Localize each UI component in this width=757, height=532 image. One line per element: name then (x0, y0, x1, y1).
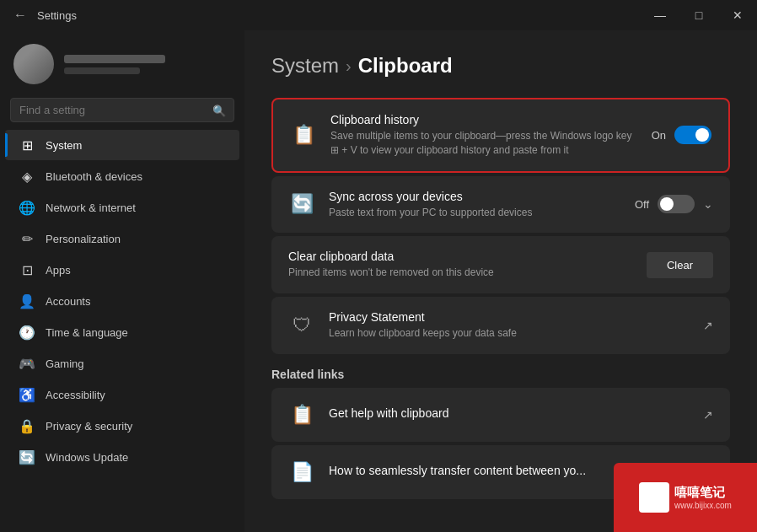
window-controls: — □ ✕ (641, 0, 757, 30)
privacy-icon: 🔒 (19, 417, 35, 434)
toggle-off-label: Off (635, 198, 649, 211)
sync-devices-card: 🔄 Sync across your devices Paste text fr… (271, 176, 730, 234)
sidebar-item-update[interactable]: 🔄 Windows Update (5, 442, 239, 472)
time-icon: 🕐 (19, 324, 35, 341)
network-icon: 🌐 (19, 199, 35, 216)
privacy-statement-card: 🛡 Privacy Statement Learn how clipboard … (271, 297, 730, 354)
sync-devices-title: Sync across your devices (329, 190, 621, 203)
maximize-button[interactable]: □ (679, 0, 718, 30)
sync-icon: 🔄 (288, 191, 315, 218)
clear-button[interactable]: Clear (647, 252, 713, 278)
close-button[interactable]: ✕ (718, 0, 757, 30)
toggle-thumb-2 (660, 197, 674, 211)
titlebar: ← Settings — □ ✕ (0, 0, 757, 30)
gaming-icon: 🎮 (19, 355, 35, 372)
main-layout: 🔍 ⊞ System ◈ Bluetooth & devices 🌐 Netwo… (0, 30, 757, 532)
user-profile[interactable] (0, 30, 244, 94)
update-icon: 🔄 (19, 449, 35, 465)
related-links-label: Related links (271, 368, 730, 381)
clipboard-history-card: 📋 Clipboard history Save multiple items … (271, 98, 730, 173)
avatar (13, 44, 54, 84)
search-box: 🔍 (10, 98, 234, 122)
sidebar-item-label: Windows Update (46, 451, 128, 464)
accounts-icon: 👤 (19, 293, 35, 309)
sidebar: 🔍 ⊞ System ◈ Bluetooth & devices 🌐 Netwo… (0, 30, 244, 532)
user-name (64, 55, 165, 63)
watermark-url: www.bijixx.com (674, 501, 732, 510)
clear-clipboard-title: Clear clipboard data (288, 250, 633, 263)
privacy-desc: Learn how clipboard keeps your data safe (329, 326, 690, 341)
sidebar-item-bluetooth[interactable]: ◈ Bluetooth & devices (5, 161, 239, 191)
clear-clipboard-desc: Pinned items won't be removed on this de… (288, 266, 633, 280)
content-area: System › Clipboard 📋 Clipboard history S… (244, 30, 757, 532)
back-button[interactable]: ← (10, 5, 30, 25)
privacy-title: Privacy Statement (329, 310, 690, 324)
shield-icon: 🛡 (288, 312, 315, 339)
sidebar-item-label: Accessibility (46, 389, 105, 401)
nav-list: ⊞ System ◈ Bluetooth & devices 🌐 Network… (0, 129, 244, 473)
personalization-icon: ✏ (19, 230, 35, 247)
related-link-1-label: Get help with clipboard (329, 406, 690, 420)
sidebar-item-apps[interactable]: ⊡ Apps (5, 255, 239, 285)
toggle-thumb (695, 128, 709, 142)
system-icon: ⊞ (19, 137, 35, 153)
sync-devices-toggle[interactable] (658, 195, 695, 213)
sidebar-item-time[interactable]: 🕐 Time & language (5, 317, 239, 347)
accessibility-icon: ♿ (19, 386, 35, 403)
sidebar-item-label: Privacy & security (46, 420, 132, 433)
watermark: 🏔 嘻嘻笔记 www.bijixx.com (614, 463, 757, 532)
transfer-icon: 📄 (288, 459, 315, 486)
sync-devices-desc: Paste text from your PC to supported dev… (329, 206, 621, 220)
breadcrumb: System › Clipboard (271, 54, 730, 78)
clipboard-history-title: Clipboard history (330, 113, 638, 126)
sidebar-item-accessibility[interactable]: ♿ Accessibility (5, 379, 239, 410)
chevron-down-icon[interactable]: ⌄ (703, 197, 713, 211)
breadcrumb-current: Clipboard (358, 54, 453, 78)
sidebar-item-system[interactable]: ⊞ System (5, 130, 239, 160)
clipboard-history-toggle[interactable] (674, 126, 711, 144)
sidebar-item-network[interactable]: 🌐 Network & internet (5, 192, 239, 223)
clipboard-history-desc: Save multiple items to your clipboard—pr… (330, 129, 638, 158)
watermark-brand: 嘻嘻笔记 (674, 485, 732, 501)
sidebar-item-label: System (46, 139, 82, 152)
external-link-icon[interactable]: ↗ (703, 319, 713, 332)
help-clipboard-icon: 📋 (288, 401, 315, 428)
search-input[interactable] (10, 98, 234, 122)
minimize-button[interactable]: — (641, 0, 679, 30)
sidebar-item-label: Time & language (46, 326, 128, 339)
external-link-icon-2[interactable]: ↗ (703, 408, 713, 422)
apps-icon: ⊡ (19, 261, 35, 278)
sidebar-item-privacy[interactable]: 🔒 Privacy & security (5, 411, 239, 441)
breadcrumb-parent: System (271, 54, 339, 78)
sidebar-item-label: Network & internet (46, 202, 136, 214)
related-link-1[interactable]: 📋 Get help with clipboard ↗ (271, 388, 730, 442)
sidebar-item-label: Accounts (46, 295, 90, 308)
bluetooth-icon: ◈ (19, 168, 35, 185)
sidebar-item-personalization[interactable]: ✏ Personalization (5, 223, 239, 254)
app-title: Settings (37, 9, 77, 22)
breadcrumb-separator: › (346, 56, 352, 76)
user-sub (64, 67, 140, 74)
search-icon: 🔍 (212, 104, 226, 116)
sidebar-item-accounts[interactable]: 👤 Accounts (5, 286, 239, 316)
sidebar-item-label: Gaming (46, 357, 84, 370)
clipboard-icon: 📋 (290, 121, 317, 148)
sidebar-item-label: Apps (46, 264, 71, 277)
sidebar-item-gaming[interactable]: 🎮 Gaming (5, 348, 239, 379)
clear-clipboard-card: Clear clipboard data Pinned items won't … (271, 236, 730, 293)
toggle-on-label: On (652, 129, 666, 142)
sidebar-item-label: Bluetooth & devices (46, 170, 142, 183)
sidebar-item-label: Personalization (46, 233, 121, 245)
